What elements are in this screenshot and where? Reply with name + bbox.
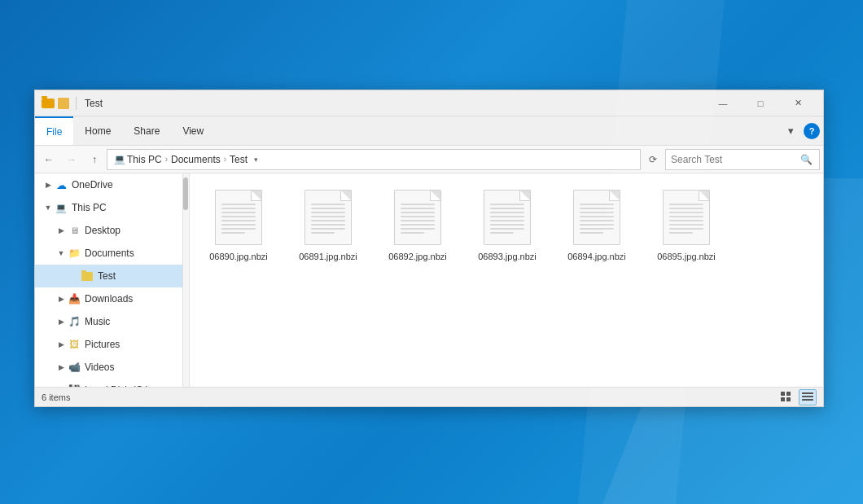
tab-view[interactable]: View [171,116,215,145]
doc-line [669,232,693,234]
doc-line [580,204,614,205]
sidebar-item-videos[interactable]: ▶ 📹 Videos [35,356,189,379]
doc-line [311,220,345,221]
file-name: 06891.jpg.nbzi [299,251,357,262]
sidebar-label-thispc: This PC [72,202,107,213]
document-icon [484,190,531,245]
tab-home[interactable]: Home [73,116,122,145]
file-name: 06890.jpg.nbzi [209,251,268,262]
music-icon: 🎵 [68,315,81,328]
pictures-icon: 🖼 [68,338,81,351]
ribbon-chevron-button[interactable]: ▾ [781,121,800,141]
search-button[interactable]: 🔍 [798,151,814,168]
expand-onedrive: ▶ [43,180,53,190]
doc-line [669,220,703,221]
item-count: 6 items [42,392,70,402]
sidebar-item-thispc[interactable]: ▼ 💻 This PC [35,196,189,219]
doc-line [580,228,614,230]
breadcrumb-documents[interactable]: Documents [171,154,221,165]
tab-file[interactable]: File [35,116,73,145]
minimize-button[interactable]: — [704,90,742,116]
doc-line [490,212,524,213]
address-bar: ← → ↑ 💻 This PC › Documents › Test ▾ ⟳ 🔍 [35,146,823,173]
thispc-icon: 💻 [55,201,68,214]
file-explorer-window: Test — □ ✕ File Home Share View ▾ ? ← → … [34,90,824,407]
sidebar-item-documents[interactable]: ▼ 📁 Documents [35,242,189,265]
doc-lines [490,204,524,234]
sidebar-item-downloads[interactable]: ▶ 📥 Downloads [35,287,189,310]
path-dropdown-button[interactable]: ▾ [249,153,262,166]
doc-line [311,232,335,234]
doc-line [669,208,703,209]
sidebar-item-test[interactable]: ▶ Test [35,265,189,287]
sidebar-item-desktop[interactable]: ▶ 🖥 Desktop [35,219,189,242]
grid-view-button[interactable] [778,389,795,405]
doc-line [490,232,514,234]
title-bar-controls: — □ ✕ [704,90,817,116]
breadcrumb-thispc[interactable]: This PC [127,154,162,165]
disk-icon: 💾 [68,383,81,387]
expand-localdisk: ▶ [56,385,66,387]
sidebar-scroll-thumb[interactable] [183,177,188,210]
list-view-button[interactable] [799,389,817,405]
file-area: 06890.jpg.nbzi 06891.jpg.nbzi 06892.jpg.… [190,173,823,387]
svg-rect-1 [786,392,791,396]
doc-line [669,224,703,226]
close-button[interactable]: ✕ [779,90,817,116]
sidebar-item-pictures[interactable]: ▶ 🖼 Pictures [35,333,189,356]
forward-button[interactable]: → [61,149,82,170]
path-sep-1: › [165,155,168,164]
sidebar-label-pictures: Pictures [85,339,120,350]
file-item[interactable]: 06894.jpg.nbzi [556,182,637,267]
expand-pictures: ▶ [56,340,66,349]
doc-line [490,228,524,230]
address-path[interactable]: 💻 This PC › Documents › Test ▾ [107,149,641,170]
sidebar-item-localdisk[interactable]: ▶ 💾 Local Disk (C:) [35,379,189,387]
breadcrumb-test[interactable]: Test [230,154,248,165]
doc-line [221,224,256,226]
doc-line [490,220,524,221]
back-button[interactable]: ← [38,149,59,170]
file-icon-wrapper [479,186,536,248]
doc-line [311,216,345,217]
document-icon [573,190,620,245]
sidebar-label-videos: Videos [85,362,114,373]
maximize-button[interactable]: □ [742,90,779,116]
doc-lines [311,204,345,234]
tab-share[interactable]: Share [122,116,171,145]
svg-rect-5 [802,396,813,397]
status-bar: 6 items [35,387,823,406]
svg-rect-4 [802,392,813,394]
file-item[interactable]: 06895.jpg.nbzi [646,182,727,267]
file-item[interactable]: 06891.jpg.nbzi [287,182,369,267]
path-root-icon: 💻 [114,154,125,164]
refresh-button[interactable]: ⟳ [642,149,664,170]
sidebar-item-onedrive[interactable]: ▶ ☁ OneDrive [35,173,189,196]
file-item[interactable]: 06890.jpg.nbzi [198,182,279,267]
svg-rect-3 [786,397,791,401]
test-folder-icon [81,270,94,283]
file-icon-wrapper [300,186,357,248]
onedrive-icon: ☁ [55,178,68,191]
file-item[interactable]: 06893.jpg.nbzi [467,182,548,267]
doc-lines [221,204,256,234]
doc-line [221,220,256,221]
doc-line [311,212,345,213]
doc-line [490,216,524,217]
desktop-icon: 🖥 [68,224,81,237]
search-input[interactable] [671,154,795,165]
path-sep-2: › [224,155,226,164]
expand-documents: ▼ [56,248,66,258]
expand-desktop: ▶ [56,226,66,235]
doc-lines [669,204,703,234]
doc-line [669,228,703,230]
help-button[interactable]: ? [804,123,820,139]
up-button[interactable]: ↑ [84,149,105,170]
file-item[interactable]: 06892.jpg.nbzi [377,182,458,267]
doc-line [401,228,435,230]
doc-line [580,208,614,209]
sidebar-item-music[interactable]: ▶ 🎵 Music [35,310,189,333]
doc-line [221,216,256,217]
doc-line [221,204,256,205]
doc-line [401,216,435,217]
